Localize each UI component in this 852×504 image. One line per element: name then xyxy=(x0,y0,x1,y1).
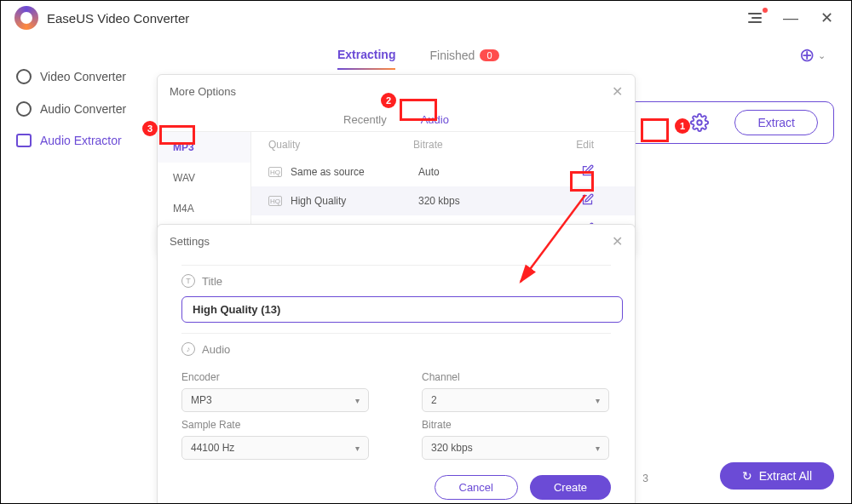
channel-select[interactable]: 2▾ xyxy=(422,388,609,412)
finished-badge: 0 xyxy=(480,49,498,61)
chevron-down-icon: ▾ xyxy=(355,444,360,453)
title-input[interactable] xyxy=(181,296,623,323)
sidebar: Video Converter Audio Converter Audio Ex… xyxy=(1,35,167,504)
extract-all-icon: ↻ xyxy=(742,469,752,483)
edit-quality-button[interactable] xyxy=(555,193,618,209)
add-button[interactable]: ⊕ xyxy=(799,44,815,66)
callout-box-edit xyxy=(570,171,594,192)
titlebar: EaseUS Video Converter ― ✕ xyxy=(1,1,851,35)
extract-all-button[interactable]: ↻ Extract All xyxy=(720,462,834,490)
format-wav[interactable]: WAV xyxy=(158,163,250,193)
settings-gear-button[interactable] xyxy=(690,113,709,132)
cancel-button[interactable]: Cancel xyxy=(435,475,518,500)
settings-dialog: Settings ✕ TTitle ♪Audio Encoder MP3▾ Sa… xyxy=(157,224,636,504)
bitrate-label: Bitrate xyxy=(422,419,611,431)
hq-icon: HQ xyxy=(268,196,282,206)
title-section-icon: T xyxy=(181,274,195,288)
menu-button[interactable] xyxy=(744,9,766,26)
chevron-down-icon: ▾ xyxy=(355,396,360,405)
sidebar-item-label: Video Converter xyxy=(40,70,126,83)
extract-button[interactable]: Extract xyxy=(734,110,818,135)
app-title: EaseUS Video Converter xyxy=(47,11,189,26)
more-options-title: More Options xyxy=(170,85,236,98)
extractor-icon xyxy=(16,134,32,147)
minimize-button[interactable]: ― xyxy=(780,9,802,26)
sidebar-item-video-converter[interactable]: Video Converter xyxy=(1,60,167,93)
add-dropdown-chevron-icon[interactable]: ⌄ xyxy=(818,50,826,61)
more-options-tab-recently[interactable]: Recently xyxy=(331,108,399,131)
format-m4a[interactable]: M4A xyxy=(158,193,250,224)
chevron-down-icon: ▾ xyxy=(596,396,600,405)
more-options-close-button[interactable]: ✕ xyxy=(612,83,623,100)
create-button[interactable]: Create xyxy=(530,475,611,500)
close-button[interactable]: ✕ xyxy=(815,9,838,26)
settings-title: Settings xyxy=(170,235,210,248)
column-bitrate: Bitrate xyxy=(413,139,550,151)
video-icon xyxy=(16,69,32,84)
callout-box-1 xyxy=(641,118,669,142)
section-title-label: Title xyxy=(202,275,222,288)
samplerate-label: Sample Rate xyxy=(181,419,371,431)
hq-icon: HQ xyxy=(268,167,282,177)
callout-number-2: 2 xyxy=(381,93,396,108)
audio-icon xyxy=(16,101,32,117)
app-logo-icon xyxy=(14,6,38,30)
callout-number-1: 1 xyxy=(675,118,690,134)
samplerate-select[interactable]: 44100 Hz▾ xyxy=(181,436,369,460)
tab-extracting[interactable]: Extracting xyxy=(337,41,395,70)
encoder-label: Encoder xyxy=(181,371,371,383)
audio-section-icon: ♪ xyxy=(181,342,195,356)
sidebar-item-label: Audio Extractor xyxy=(40,134,122,147)
section-audio-label: Audio xyxy=(202,343,230,356)
channel-label: Channel xyxy=(422,371,611,383)
sidebar-item-audio-converter[interactable]: Audio Converter xyxy=(1,93,167,125)
stray-text: 3 xyxy=(642,472,648,484)
bitrate-select[interactable]: 320 kbps▾ xyxy=(422,436,609,460)
encoder-select[interactable]: MP3▾ xyxy=(181,388,369,412)
sidebar-item-label: Audio Converter xyxy=(40,102,126,116)
column-quality: Quality xyxy=(268,139,413,151)
callout-number-3: 3 xyxy=(142,121,158,136)
callout-box-2 xyxy=(400,99,437,121)
chevron-down-icon: ▾ xyxy=(596,444,600,453)
tab-finished[interactable]: Finished0 xyxy=(429,42,498,69)
svg-point-0 xyxy=(698,120,703,125)
column-edit: Edit xyxy=(550,139,618,151)
settings-close-button[interactable]: ✕ xyxy=(612,233,623,249)
callout-box-3 xyxy=(159,125,195,145)
